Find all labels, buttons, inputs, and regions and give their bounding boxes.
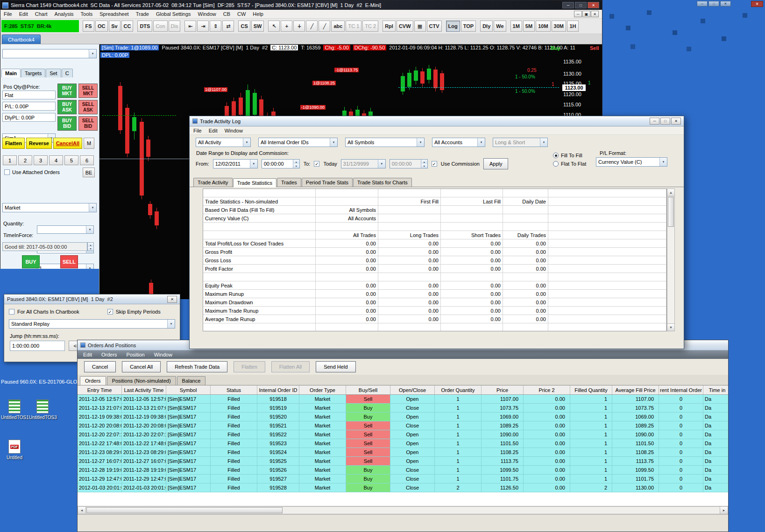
bar-spacing-decrease-icon[interactable]: ⇤ bbox=[184, 21, 196, 32]
toolbar-button-sv[interactable]: Sv bbox=[109, 21, 120, 32]
menu-chart[interactable]: Chart bbox=[35, 11, 48, 17]
maximize-icon[interactable]: □ bbox=[660, 118, 670, 125]
filter-all-symbols[interactable]: All Symbols▾ bbox=[345, 138, 425, 147]
action-button-reverse[interactable]: Reverse bbox=[26, 138, 52, 149]
from-date-picker[interactable]: 12/02/2011 ▾ bbox=[213, 159, 258, 168]
pl-format-selector[interactable]: Currency Value (C) ▾ bbox=[596, 157, 667, 167]
be-button[interactable]: BE bbox=[83, 168, 95, 177]
chart-sell-label[interactable]: Sell bbox=[590, 45, 599, 51]
fill-to-fill-radio[interactable] bbox=[553, 153, 559, 158]
qty-preset-button-4[interactable]: 4 bbox=[49, 155, 63, 165]
mdi-minimize-icon[interactable]: ─ bbox=[574, 11, 582, 17]
tal-menu-file[interactable]: File bbox=[193, 128, 202, 133]
order-row[interactable]: 2011-12-20 22:07:12011-12-20 22:07:1[Sim… bbox=[78, 430, 728, 439]
replay-mode-selector[interactable]: Standard Replay ▾ bbox=[9, 319, 175, 329]
buy-mkt-button[interactable]: BUY MKT bbox=[57, 84, 77, 98]
pointer-tool-icon[interactable]: ↖ bbox=[268, 21, 280, 32]
menu-analysis[interactable]: Analysis bbox=[55, 11, 74, 17]
qty-preset-button-3[interactable]: 3 bbox=[34, 155, 48, 165]
dropdown-arrow-icon[interactable]: ▾ bbox=[477, 138, 485, 147]
qty-preset-button-5[interactable]: 5 bbox=[64, 155, 78, 165]
toolbar-button-log[interactable]: Log bbox=[446, 21, 460, 32]
orders-button-send-held[interactable]: Send Held bbox=[316, 361, 355, 372]
orders-menu-edit[interactable]: Edit bbox=[83, 352, 92, 357]
qty-preset-button-2[interactable]: 2 bbox=[18, 155, 32, 165]
filter-all-accounts[interactable]: All Accounts▾ bbox=[432, 138, 485, 147]
toolbar-button-abc[interactable]: abc bbox=[331, 21, 345, 32]
order-row[interactable]: 2011-12-27 16:07:02011-12-27 16:07:0[Sim… bbox=[78, 457, 728, 466]
for-all-charts-checkbox[interactable] bbox=[9, 309, 14, 315]
vertical-scale-icon[interactable]: ⇕ bbox=[210, 21, 221, 32]
toolbar-button-we[interactable]: We bbox=[494, 21, 506, 32]
orders-tab-orders[interactable]: Orders bbox=[80, 376, 106, 385]
toolbar-button-cc[interactable]: CC bbox=[121, 21, 134, 32]
today-checkbox[interactable]: ✓ bbox=[314, 161, 319, 167]
sell-bid-button[interactable]: SELL BID bbox=[78, 116, 98, 131]
order-row[interactable]: 2011-12-19 09:38:02011-12-19 09:38:0[Sim… bbox=[78, 413, 728, 421]
bar-spacing-increase-icon[interactable]: ⇥ bbox=[197, 21, 209, 32]
tal-tab-period-trade-stats[interactable]: Period Trade Stats bbox=[302, 178, 353, 187]
chart-values-tool-icon[interactable]: ∔ bbox=[293, 21, 305, 32]
menu-global-settings[interactable]: Global Settings bbox=[156, 11, 191, 17]
tal-titlebar[interactable]: Trade Activity Log ─ □ ✕ bbox=[190, 116, 684, 126]
toolbar-button-1m[interactable]: 1M bbox=[510, 21, 522, 32]
scroll-down-icon[interactable]: ▼ bbox=[667, 323, 674, 331]
maximize-icon[interactable]: □ bbox=[575, 2, 587, 8]
minimize-icon[interactable]: ─ bbox=[562, 2, 574, 8]
orders-button-cancel[interactable]: Cancel bbox=[84, 361, 116, 372]
action-button-flatten[interactable]: Flatten bbox=[2, 138, 25, 149]
spinner-down-icon[interactable]: ▾ bbox=[293, 164, 299, 168]
buy-button[interactable]: BUY bbox=[22, 255, 40, 268]
close-icon[interactable]: ✕ bbox=[720, 1, 731, 7]
price-selector-1[interactable]: ▾ bbox=[37, 225, 94, 234]
dropdown-arrow-icon[interactable]: ▾ bbox=[417, 138, 424, 147]
toolbar-button-fs[interactable]: FS bbox=[83, 21, 94, 32]
use-attached-orders-checkbox[interactable] bbox=[4, 169, 10, 175]
toolbar-button-cs[interactable]: CS bbox=[238, 21, 250, 32]
sell-ask-button[interactable]: SELL ASK bbox=[78, 100, 98, 114]
filter-all-activity[interactable]: All Activity▾ bbox=[196, 138, 251, 147]
trade-panel-tab-main[interactable]: Main bbox=[1, 69, 21, 77]
scroll-right-icon[interactable]: ► bbox=[720, 507, 728, 514]
order-row[interactable]: 2011-12-13 21:07:02011-12-13 21:07:0[Sim… bbox=[78, 404, 728, 413]
order-row[interactable]: 2011-12-29 12:47:02011-12-29 12:47:0[Sim… bbox=[78, 475, 728, 483]
spinner-down-icon[interactable]: ▾ bbox=[88, 247, 93, 251]
from-time-input[interactable]: 00:00:00 ▴▾ bbox=[262, 159, 300, 168]
toolbar-button-top[interactable]: TOP bbox=[461, 21, 476, 32]
trade-panel-tab-targets[interactable]: Targets bbox=[21, 69, 45, 77]
skip-empty-periods-checkbox[interactable]: ✓ bbox=[107, 309, 113, 315]
order-row[interactable]: 2011-12-28 19:19:02011-12-28 19:19:0[Sim… bbox=[78, 466, 728, 475]
trade-panel-tab-c[interactable]: C bbox=[62, 69, 73, 77]
maximize-icon[interactable]: □ bbox=[708, 1, 719, 7]
tal-tab-trades[interactable]: Trades bbox=[277, 178, 301, 187]
ray-tool-icon[interactable]: ╱ bbox=[319, 21, 330, 32]
toolbar-button-5m[interactable]: 5M bbox=[523, 21, 535, 32]
desktop-icon-untitled[interactable]: PDFUntitled bbox=[1, 440, 28, 461]
toolbar-button-1h[interactable]: 1H bbox=[567, 21, 579, 32]
mdi-restore-icon[interactable]: ▣ bbox=[582, 11, 590, 17]
orders-menu-orders[interactable]: Orders bbox=[101, 352, 117, 357]
order-row[interactable]: 2011-12-20 20:08:02011-12-20 20:08:0[Sim… bbox=[78, 421, 728, 430]
orders-button-cancel-all[interactable]: Cancel All bbox=[122, 361, 161, 372]
desktop-icon-untitledtos3[interactable]: UntitledTOS3 bbox=[29, 399, 56, 420]
orders-menu-window[interactable]: Window bbox=[154, 352, 172, 357]
spinner-up-icon[interactable]: ▴ bbox=[88, 243, 93, 247]
orders-menu-position[interactable]: Position bbox=[127, 352, 145, 357]
tal-tab-trade-statistics[interactable]: Trade Statistics bbox=[233, 178, 276, 187]
scrollbar-thumb[interactable] bbox=[86, 507, 283, 513]
scrollbar-thumb[interactable] bbox=[668, 197, 674, 227]
dropdown-arrow-icon[interactable]: ▾ bbox=[167, 320, 175, 328]
order-type-selector[interactable]: Market ▾ bbox=[2, 203, 97, 212]
symbol-selector[interactable]: ▾ bbox=[2, 49, 97, 58]
trendline-tool-icon[interactable]: ╱ bbox=[306, 21, 318, 32]
chart-buy-label[interactable]: Buy bbox=[551, 45, 560, 51]
qty-preset-button-6[interactable]: 6 bbox=[80, 155, 94, 165]
menu-file[interactable]: File bbox=[4, 11, 12, 17]
trade-panel-tab-set[interactable]: Set bbox=[46, 69, 61, 77]
toolbar-button-cvw[interactable]: CVW bbox=[397, 21, 413, 32]
main-titlebar[interactable]: Sierra Chart 1549 Chartbook4.cht SC Data… bbox=[0, 0, 602, 10]
orders-horizontal-scrollbar[interactable]: ◄ ► bbox=[78, 506, 728, 514]
desktop-icon-untitledtos1[interactable]: UntitledTOS1 bbox=[1, 399, 28, 420]
tab-chartbook4[interactable]: Chartbook4 bbox=[2, 35, 41, 44]
action-button-cancelall[interactable]: CancelAll bbox=[53, 138, 82, 149]
